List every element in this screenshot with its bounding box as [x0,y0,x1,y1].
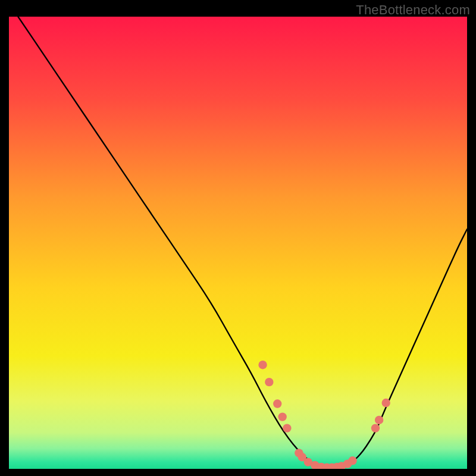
data-point [283,424,291,432]
data-point [265,378,273,386]
bottleneck-chart [0,0,476,476]
data-point [348,456,356,465]
watermark-label: TheBottleneck.com [356,2,470,18]
data-point [375,416,383,424]
data-point [258,361,267,369]
data-point [382,399,390,407]
data-point [278,412,286,421]
data-point [273,399,281,408]
data-point [371,424,380,432]
gradient-background [9,17,467,469]
chart-stage: TheBottleneck.com [0,0,476,476]
